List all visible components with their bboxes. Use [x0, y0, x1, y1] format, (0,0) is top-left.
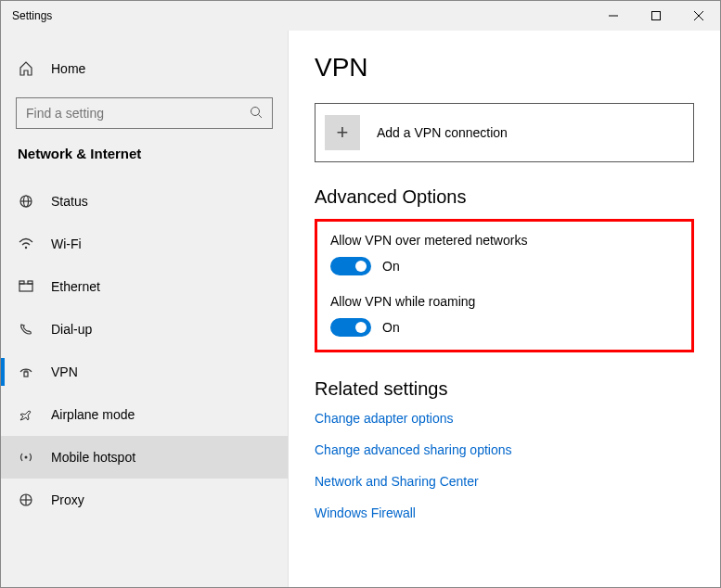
dialup-icon	[18, 321, 34, 338]
link-network-center[interactable]: Network and Sharing Center	[315, 474, 694, 489]
window-controls	[592, 1, 720, 31]
airplane-icon	[18, 406, 34, 423]
sidebar-home[interactable]: Home	[1, 53, 288, 84]
nav-label: Wi-Fi	[51, 236, 82, 251]
svg-point-4	[251, 107, 260, 115]
highlight-box: Allow VPN over metered networks On Allow…	[315, 219, 694, 352]
related-settings-heading: Related settings	[315, 378, 694, 400]
sidebar-nav: Status Wi-Fi Ethernet Dial-up VPN Airpla…	[1, 180, 288, 521]
svg-rect-1	[652, 12, 661, 20]
svg-point-14	[25, 456, 28, 459]
link-adapter[interactable]: Change adapter options	[315, 411, 694, 426]
svg-rect-13	[24, 372, 28, 377]
sidebar-item-proxy[interactable]: Proxy	[1, 479, 288, 521]
link-sharing[interactable]: Change advanced sharing options	[315, 442, 694, 457]
minimize-button[interactable]	[592, 1, 635, 31]
svg-rect-11	[19, 281, 24, 284]
sidebar-item-hotspot[interactable]: Mobile hotspot	[1, 436, 288, 479]
proxy-icon	[18, 492, 34, 508]
svg-rect-10	[19, 284, 32, 291]
sidebar-item-ethernet[interactable]: Ethernet	[1, 265, 288, 308]
svg-line-5	[259, 114, 263, 118]
sidebar-item-wifi[interactable]: Wi-Fi	[1, 223, 288, 265]
plus-icon: +	[325, 115, 360, 150]
status-icon	[18, 193, 34, 210]
window-title: Settings	[12, 9, 52, 22]
nav-label: Proxy	[51, 492, 84, 507]
toggle-metered-group: Allow VPN over metered networks On	[330, 233, 678, 275]
toggle-roaming[interactable]	[330, 318, 371, 337]
close-button[interactable]	[677, 1, 720, 31]
link-firewall[interactable]: Windows Firewall	[315, 505, 694, 520]
sidebar-section-label: Network & Internet	[1, 146, 288, 180]
nav-label: Dial-up	[51, 322, 92, 337]
minimize-icon	[609, 11, 618, 20]
nav-label: Mobile hotspot	[51, 450, 135, 465]
toggle-roaming-state: On	[382, 320, 400, 335]
toggle-metered-state: On	[382, 259, 400, 274]
nav-label: VPN	[51, 364, 78, 379]
main-content: VPN + Add a VPN connection Advanced Opti…	[289, 31, 720, 587]
home-icon	[18, 60, 34, 77]
titlebar: Settings	[1, 1, 720, 31]
toggle-metered[interactable]	[330, 257, 371, 275]
wifi-icon	[18, 236, 34, 252]
hotspot-icon	[18, 449, 34, 466]
search-input[interactable]	[26, 106, 250, 121]
maximize-icon	[651, 11, 661, 20]
svg-rect-12	[28, 281, 32, 284]
search-icon	[250, 106, 263, 121]
ethernet-icon	[18, 278, 34, 295]
toggle-metered-label: Allow VPN over metered networks	[330, 233, 678, 248]
add-vpn-button[interactable]: + Add a VPN connection	[315, 103, 694, 162]
nav-label: Status	[51, 194, 88, 209]
maximize-button[interactable]	[635, 1, 677, 31]
sidebar-item-vpn[interactable]: VPN	[1, 351, 288, 393]
sidebar-item-dialup[interactable]: Dial-up	[1, 308, 288, 351]
nav-label: Airplane mode	[51, 407, 135, 422]
sidebar: Home Network & Internet Status Wi-Fi Eth…	[1, 31, 289, 587]
toggle-roaming-label: Allow VPN while roaming	[330, 294, 678, 309]
add-vpn-label: Add a VPN connection	[377, 125, 508, 140]
close-icon	[694, 11, 703, 20]
sidebar-item-airplane[interactable]: Airplane mode	[1, 393, 288, 436]
advanced-options-heading: Advanced Options	[315, 186, 694, 208]
page-title: VPN	[315, 53, 694, 83]
nav-label: Ethernet	[51, 279, 100, 294]
toggle-roaming-group: Allow VPN while roaming On	[330, 294, 678, 337]
search-box[interactable]	[16, 97, 273, 129]
nav-home-label: Home	[51, 61, 85, 76]
svg-point-9	[25, 247, 27, 249]
vpn-icon	[18, 364, 34, 380]
sidebar-item-status[interactable]: Status	[1, 180, 288, 223]
